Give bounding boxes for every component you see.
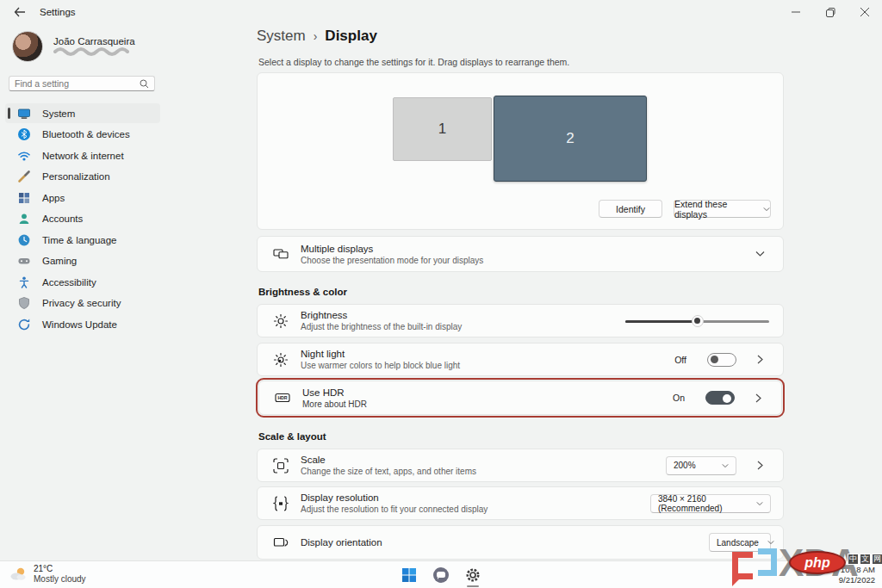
page-title: Display: [325, 28, 376, 45]
resolution-value: 3840 × 2160 (Recommended): [658, 494, 748, 513]
sidebar-item-personalization[interactable]: Personalization: [5, 167, 160, 187]
expand-chevron-icon[interactable]: [748, 251, 771, 257]
night-light-icon: [273, 352, 289, 368]
use-hdr-row[interactable]: HDR Use HDR More about HDR On: [258, 381, 782, 415]
multiple-displays-row[interactable]: Multiple displays Choose the presentatio…: [257, 236, 784, 272]
svg-text:HDR: HDR: [277, 395, 287, 400]
extend-displays-dropdown[interactable]: Extend these displays: [674, 200, 771, 218]
night-light-row[interactable]: Night light Use warmer colors to help bl…: [257, 343, 784, 376]
row-title: Scale: [301, 455, 654, 465]
orientation-dropdown[interactable]: Landscape: [709, 533, 771, 552]
chat-icon: [432, 566, 450, 584]
display-orientation-row: Display orientation Landscape: [257, 525, 784, 560]
chat-button[interactable]: [431, 565, 451, 585]
sidebar-item-accounts[interactable]: Accounts: [5, 209, 160, 229]
orientation-icon: [273, 535, 289, 550]
sidebar-item-label: Bluetooth & devices: [42, 129, 130, 139]
shield-icon: [17, 296, 31, 310]
settings-window: Settings João Carrasqueira: [0, 0, 882, 588]
page-subtitle: Select a display to change the settings …: [258, 57, 569, 67]
scale-value: 200%: [674, 461, 696, 470]
display-arrangement-panel: 1 2 Identify Extend these displays: [257, 72, 784, 230]
chevron-right-icon[interactable]: [747, 393, 769, 403]
bluetooth-icon: [17, 127, 31, 141]
sidebar-nav: System Bluetooth & devices Network & int…: [5, 103, 160, 336]
sidebar-item-label: Personalization: [42, 171, 110, 182]
system-icon: [17, 107, 31, 121]
start-button[interactable]: [399, 565, 419, 585]
toggle-knob: [723, 394, 731, 403]
minimize-button[interactable]: [779, 0, 813, 24]
apps-grid-icon: [17, 191, 31, 205]
sidebar-item-windows-update[interactable]: Windows Update: [5, 314, 160, 334]
sidebar-item-label: Windows Update: [42, 319, 117, 330]
search-box[interactable]: [9, 76, 155, 91]
row-title: Brightness: [301, 310, 613, 320]
taskbar: 21°C Mostly cloudy 10:18 AM 9/21/2022: [0, 560, 882, 588]
monitor-2[interactable]: 2: [494, 96, 647, 182]
brightness-slider-thumb[interactable]: [692, 315, 704, 327]
scale-row[interactable]: Scale Change the size of text, apps, and…: [257, 449, 784, 482]
section-header-brightness: Brightness & color: [258, 287, 347, 297]
row-title: Multiple displays: [301, 244, 736, 254]
chevron-right-icon[interactable]: [748, 461, 771, 470]
back-button[interactable]: [7, 2, 33, 22]
scale-dropdown[interactable]: 200%: [666, 456, 736, 475]
breadcrumb-separator: ›: [314, 29, 318, 43]
sidebar-item-accessibility[interactable]: Accessibility: [5, 272, 160, 292]
multiple-displays-icon: [273, 246, 289, 262]
brightness-slider-fill: [625, 320, 698, 323]
taskbar-center: [0, 561, 882, 588]
sidebar-item-network-internet[interactable]: Network & internet: [5, 145, 160, 165]
monitor-1[interactable]: 1: [393, 97, 492, 161]
sidebar-item-label: Time & language: [42, 235, 117, 245]
taskbar-clock[interactable]: 10:18 AM 9/21/2022: [839, 565, 875, 586]
sidebar-item-label: Privacy & security: [42, 298, 121, 308]
identify-button[interactable]: Identify: [599, 200, 662, 218]
sidebar-item-time-language[interactable]: Time & language: [5, 230, 160, 250]
avatar: [12, 31, 43, 62]
hdr-toggle[interactable]: [705, 391, 735, 405]
back-arrow-icon: [14, 7, 26, 17]
monitor-2-label: 2: [566, 130, 574, 147]
sidebar-item-privacy-security[interactable]: Privacy & security: [5, 294, 160, 313]
sidebar-item-label: Apps: [42, 193, 65, 203]
gear-icon: [464, 566, 481, 584]
user-profile[interactable]: João Carrasqueira: [12, 31, 140, 62]
brightness-sun-icon: [273, 313, 289, 329]
extend-label: Extend these displays: [674, 199, 756, 220]
sidebar-item-bluetooth-devices[interactable]: Bluetooth & devices: [5, 125, 160, 145]
resolution-dropdown[interactable]: 3840 × 2160 (Recommended): [650, 494, 771, 513]
gamepad-icon: [17, 254, 31, 268]
night-light-toggle[interactable]: [707, 353, 736, 367]
row-title: Use HDR: [302, 387, 661, 398]
chevron-right-icon[interactable]: [748, 355, 771, 364]
row-desc: Adjust the resolution to fit your connec…: [301, 504, 638, 514]
hdr-icon: HDR: [275, 390, 290, 405]
window-controls: [779, 0, 882, 24]
chevron-down-icon: [767, 540, 774, 545]
breadcrumb: System › Display: [257, 28, 377, 45]
settings-taskbar-button[interactable]: [463, 565, 483, 585]
sidebar-item-gaming[interactable]: Gaming: [5, 251, 160, 271]
sidebar-item-system[interactable]: System: [5, 103, 160, 123]
main-content: System › Display Select a display to cha…: [257, 24, 784, 588]
person-icon: [17, 212, 31, 226]
breadcrumb-parent[interactable]: System: [257, 28, 306, 45]
section-header-scale: Scale & layout: [258, 431, 326, 442]
close-button[interactable]: [848, 0, 882, 24]
row-desc: Use warmer colors to help block blue lig…: [301, 361, 662, 370]
row-title: Display orientation: [301, 537, 697, 548]
restore-button[interactable]: [813, 0, 848, 24]
row-title: Display resolution: [301, 492, 638, 503]
more-about-hdr-link[interactable]: More about HDR: [302, 399, 661, 409]
search-input[interactable]: [15, 78, 140, 89]
accessibility-icon: [17, 275, 31, 289]
sidebar-item-label: Accounts: [42, 214, 83, 224]
brightness-slider[interactable]: [625, 315, 769, 327]
sidebar-item-apps[interactable]: Apps: [5, 188, 160, 207]
chevron-down-icon: [763, 207, 770, 212]
wifi-icon: [17, 149, 31, 163]
search-icon: [140, 79, 149, 89]
sidebar-item-label: Accessibility: [42, 277, 96, 288]
